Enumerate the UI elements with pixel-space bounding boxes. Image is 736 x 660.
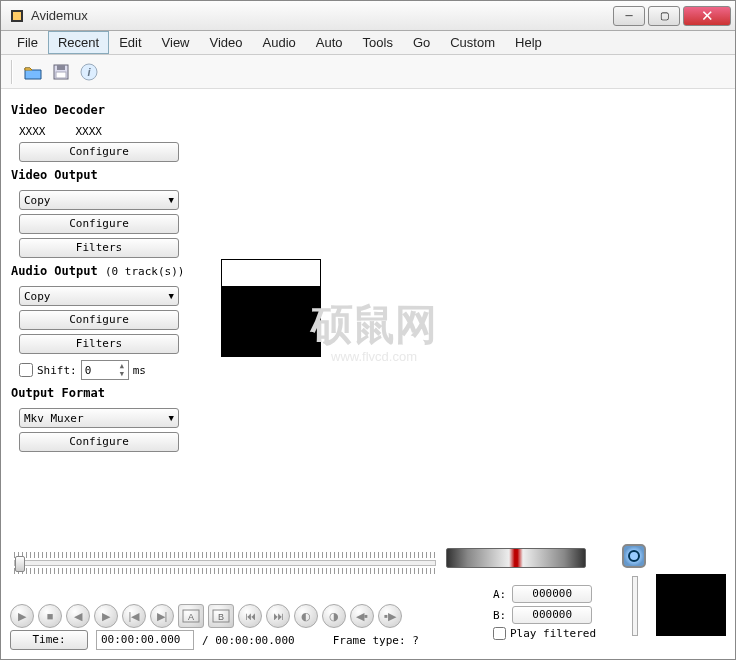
audio-filters-button[interactable]: Filters — [19, 334, 179, 354]
menu-audio[interactable]: Audio — [253, 31, 306, 54]
audio-configure-button[interactable]: Configure — [19, 310, 179, 330]
menu-go[interactable]: Go — [403, 31, 440, 54]
svg-rect-4 — [56, 72, 66, 78]
menu-tools[interactable]: Tools — [353, 31, 403, 54]
timeline-ticks — [14, 568, 436, 574]
open-file-icon[interactable] — [21, 60, 45, 84]
chevron-down-icon: ▼ — [169, 195, 174, 205]
timeline-track[interactable] — [14, 560, 436, 566]
play-filtered-checkbox[interactable] — [493, 627, 506, 640]
menu-video[interactable]: Video — [200, 31, 253, 54]
preview-white-rect — [221, 259, 321, 287]
menu-help[interactable]: Help — [505, 31, 552, 54]
decoder-fourcc-2: XXXX — [76, 125, 103, 138]
video-decoder-title: Video Decoder — [11, 103, 211, 117]
svg-text:B: B — [218, 612, 224, 622]
video-codec-select[interactable]: Copy ▼ — [19, 190, 179, 210]
video-filters-button[interactable]: Filters — [19, 238, 179, 258]
watermark-sub: www.flvcd.com — [331, 349, 417, 364]
window-title: Avidemux — [31, 8, 613, 23]
video-output-title: Video Output — [11, 168, 211, 182]
chevron-down-icon: ▼ — [169, 291, 174, 301]
svg-rect-3 — [57, 65, 65, 70]
video-configure-button[interactable]: Configure — [19, 214, 179, 234]
decoder-fourcc-1: XXXX — [19, 125, 46, 138]
spin-up-icon[interactable]: ▲ — [116, 362, 128, 370]
shift-spinner[interactable]: ▲▼ — [81, 360, 129, 380]
menu-auto[interactable]: Auto — [306, 31, 353, 54]
shift-value-input[interactable] — [82, 364, 116, 377]
menu-file[interactable]: File — [7, 31, 48, 54]
muxer-select[interactable]: Mkv Muxer ▼ — [19, 408, 179, 428]
info-icon[interactable]: i — [77, 60, 101, 84]
chevron-down-icon: ▼ — [169, 413, 174, 423]
goto-start-button[interactable]: ⏮ — [238, 604, 262, 628]
video-codec-value: Copy — [24, 194, 51, 207]
menu-recent[interactable]: Recent — [48, 31, 109, 54]
toolbar-separator — [11, 60, 13, 84]
marker-a-value[interactable]: 000000 — [512, 585, 592, 603]
watermark-text: 硕鼠网 — [311, 297, 437, 353]
titlebar: Avidemux ─ ▢ ✕ — [1, 1, 735, 31]
timeline[interactable] — [10, 552, 440, 582]
goto-marker-b-button[interactable]: ◑ — [322, 604, 346, 628]
transport-controls: ▶ ■ ◀ ▶ |◀ ▶| A B ⏮ ⏭ ◐ ◑ ◀■ ■▶ — [10, 604, 726, 628]
time-button[interactable]: Time: — [10, 630, 88, 650]
menu-custom[interactable]: Custom — [440, 31, 505, 54]
shift-checkbox[interactable] — [19, 363, 33, 377]
play-button[interactable]: ▶ — [10, 604, 34, 628]
svg-text:A: A — [188, 612, 194, 622]
marker-a-label: A: — [493, 588, 506, 601]
shift-label: Shift: — [37, 364, 77, 377]
volume-slider[interactable] — [632, 576, 638, 636]
marker-b-value[interactable]: 000000 — [512, 606, 592, 624]
prev-keyframe-button[interactable]: |◀ — [122, 604, 146, 628]
decoder-configure-button[interactable]: Configure — [19, 142, 179, 162]
audio-codec-value: Copy — [24, 290, 51, 303]
save-icon[interactable] — [49, 60, 73, 84]
next-keyframe-button[interactable]: ▶| — [150, 604, 174, 628]
timeline-thumb[interactable] — [15, 556, 25, 572]
goto-end-button[interactable]: ⏭ — [266, 604, 290, 628]
preview-area: 硕鼠网 www.flvcd.com — [211, 97, 725, 456]
close-button[interactable]: ✕ — [683, 6, 731, 26]
preview-black-rect — [221, 287, 321, 357]
goto-marker-a-button[interactable]: ◐ — [294, 604, 318, 628]
next-frame-button[interactable]: ▶ — [94, 604, 118, 628]
jog-wheel[interactable] — [446, 548, 586, 568]
output-format-title: Output Format — [11, 386, 211, 400]
prev-frame-button[interactable]: ◀ — [66, 604, 90, 628]
stop-button[interactable]: ■ — [38, 604, 62, 628]
app-icon — [9, 8, 25, 24]
bottom-controls: ▶ ■ ◀ ▶ |◀ ▶| A B ⏮ ⏭ ◐ ◑ ◀■ ■▶ A: 00000… — [10, 552, 726, 628]
left-panel: Video Decoder XXXX XXXX Configure Video … — [11, 97, 211, 456]
frame-type: Frame type: ? — [333, 634, 419, 647]
prev-black-frame-button[interactable]: ◀■ — [350, 604, 374, 628]
preview-thumbnail — [656, 574, 726, 636]
svg-point-7 — [629, 551, 639, 561]
volume-icon[interactable] — [622, 544, 646, 568]
set-marker-b-button[interactable]: B — [208, 604, 234, 628]
spin-down-icon[interactable]: ▼ — [116, 370, 128, 378]
shift-unit: ms — [133, 364, 146, 377]
time-current-input[interactable]: 00:00:00.000 — [96, 630, 194, 650]
muxer-value: Mkv Muxer — [24, 412, 84, 425]
audio-track-count: (0 track(s)) — [105, 265, 184, 278]
menu-view[interactable]: View — [152, 31, 200, 54]
audio-output-title: Audio Output (0 track(s)) — [11, 264, 211, 278]
play-filtered-label: Play filtered — [510, 627, 596, 640]
format-configure-button[interactable]: Configure — [19, 432, 179, 452]
next-black-frame-button[interactable]: ■▶ — [378, 604, 402, 628]
time-total: / 00:00:00.000 — [202, 634, 295, 647]
minimize-button[interactable]: ─ — [613, 6, 645, 26]
set-marker-a-button[interactable]: A — [178, 604, 204, 628]
audio-codec-select[interactable]: Copy ▼ — [19, 286, 179, 306]
timeline-ticks — [14, 552, 436, 558]
maximize-button[interactable]: ▢ — [648, 6, 680, 26]
menubar: FileRecentEditViewVideoAudioAutoToolsGoC… — [1, 31, 735, 55]
marker-b-label: B: — [493, 609, 506, 622]
svg-rect-1 — [13, 12, 21, 20]
toolbar: i — [1, 55, 735, 89]
menu-edit[interactable]: Edit — [109, 31, 151, 54]
